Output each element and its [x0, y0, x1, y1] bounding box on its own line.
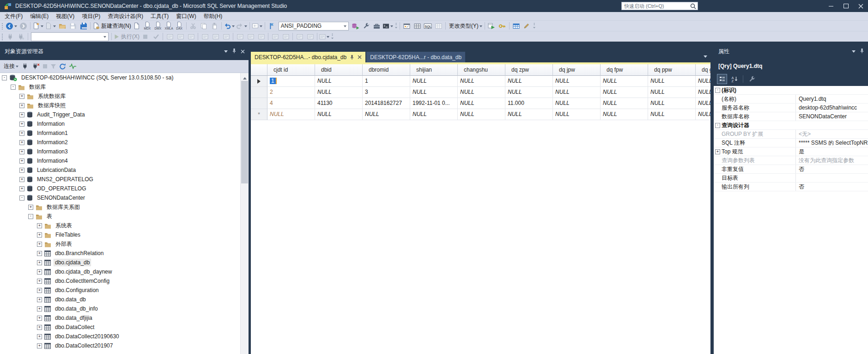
xmla-query-button[interactable]: XMLA	[164, 21, 174, 31]
tree-item[interactable]: +Information4	[0, 156, 241, 165]
property-value[interactable]: SENONDataCenter	[795, 112, 868, 121]
intellisense-button[interactable]	[200, 32, 210, 42]
expand-icon[interactable]: +	[715, 149, 720, 154]
decrease-indent-button[interactable]	[294, 32, 305, 42]
run-query-button[interactable]	[486, 21, 497, 31]
collapse-icon[interactable]: -	[715, 123, 720, 128]
property-row[interactable]: 数据库名称SENONDataCenter	[714, 112, 868, 121]
nav-back-button[interactable]	[5, 21, 18, 31]
column-header[interactable]: changshu	[458, 64, 505, 76]
tree-item[interactable]: +Information	[0, 119, 241, 128]
grid-cell[interactable]: NULL	[601, 109, 648, 120]
toolbox-button[interactable]	[371, 21, 382, 31]
refresh-icon[interactable]	[59, 63, 66, 70]
window-position-chevron-icon[interactable]	[852, 50, 856, 55]
pin-icon[interactable]	[350, 55, 354, 60]
property-value[interactable]: 是	[795, 147, 868, 156]
wrench-button[interactable]	[361, 21, 371, 31]
grid-cell[interactable]: 201418162727	[363, 98, 410, 109]
results-pane-button[interactable]	[433, 21, 444, 31]
row-header[interactable]	[251, 98, 267, 109]
quick-launch-search[interactable]: 快速启动 (Ctrl+Q)	[621, 2, 698, 10]
property-value[interactable]: <无>	[795, 130, 868, 138]
open-file-button[interactable]	[57, 21, 67, 31]
tree-item[interactable]: +dbo.BranchRelation	[0, 249, 241, 258]
collapse-icon[interactable]: -	[28, 214, 33, 219]
grid-cell[interactable]: NULL	[696, 98, 710, 109]
tree-item[interactable]: +外部表	[0, 239, 241, 249]
tree-item[interactable]: +dbo.Configuration	[0, 286, 241, 295]
property-value[interactable]: 没有为此查询指定参数	[795, 156, 868, 165]
alphabetical-button[interactable]: AZ	[729, 74, 740, 84]
tab-dbo-data-db[interactable]: DESKTOP-62D5HA...r - dbo.data_db	[366, 52, 465, 62]
grid-cell[interactable]: NULL	[410, 87, 458, 98]
stop-button[interactable]	[140, 32, 151, 42]
grid-cell[interactable]: NULL	[315, 109, 363, 120]
tree-item[interactable]: +Information1	[0, 128, 241, 138]
grid-cell[interactable]: NULL	[696, 109, 710, 120]
disconnect-server-icon[interactable]	[32, 63, 40, 70]
tree-item[interactable]: +dbo.DataCollect201907	[0, 341, 241, 350]
tree-item[interactable]: +系统表	[0, 221, 241, 230]
grid-cell[interactable]: NULL	[363, 109, 410, 120]
property-category[interactable]: -查询设计器	[714, 121, 868, 130]
activity-monitor-icon[interactable]	[69, 63, 77, 69]
grid-cell[interactable]: NULL	[648, 76, 696, 87]
change-connection-button[interactable]	[16, 32, 26, 42]
tree-item[interactable]: +dbo.DataCollect	[0, 323, 241, 332]
results-file-button[interactable]	[256, 32, 267, 42]
column-header[interactable]: dbid	[315, 64, 363, 76]
navigate-backward-box-button[interactable]	[251, 21, 263, 31]
tree-item[interactable]: +dbo.data_dfjijia	[0, 313, 241, 323]
command-window-button[interactable]	[382, 21, 394, 31]
column-header[interactable]: dq jpw	[553, 64, 601, 76]
property-value[interactable]: ***** SSMS 的 SelectTopNR	[795, 139, 868, 147]
tree-scrollbar[interactable]	[240, 73, 249, 354]
grid-cell[interactable]: 1992-11-01 0...	[410, 98, 458, 109]
tab-list-chevron-icon[interactable]	[704, 55, 707, 60]
expand-icon[interactable]: +	[19, 140, 24, 145]
expand-icon[interactable]: +	[19, 94, 24, 99]
expand-icon[interactable]: +	[37, 297, 42, 302]
tree-item[interactable]: +数据库关系图	[0, 202, 241, 212]
property-value[interactable]: desktop-62d5hah\wincc	[795, 104, 868, 112]
tree-item[interactable]: +数据库快照	[0, 101, 241, 110]
menu-item[interactable]: 项目(P)	[78, 12, 104, 21]
toolbar-grip[interactable]	[1, 23, 3, 30]
grid-cell[interactable]: 3	[363, 87, 410, 98]
property-pages-wrench-button[interactable]	[747, 74, 757, 84]
column-header[interactable]: dq gpw	[696, 64, 710, 76]
grid-cell[interactable]: NULL	[553, 98, 601, 109]
query-options-flag-button[interactable]	[267, 21, 277, 31]
property-row[interactable]: 服务器名称desktop-62d5hah\wincc	[714, 104, 868, 112]
grid-cell[interactable]: NULL	[458, 109, 505, 120]
dax-query-button[interactable]: DAX	[174, 21, 185, 31]
categorized-button[interactable]	[717, 74, 727, 84]
available-databases-combo[interactable]	[31, 32, 109, 41]
property-row[interactable]: 非重复值否	[714, 165, 868, 174]
tree-item[interactable]: +dbo.data_db	[0, 295, 241, 304]
criteria-pane-button[interactable]	[412, 21, 423, 31]
close-button[interactable]	[853, 0, 868, 12]
tree-item[interactable]: +LubricationData	[0, 165, 241, 175]
grid-cell[interactable]: NULL	[553, 87, 601, 98]
connect-button[interactable]: 连接	[3, 61, 19, 71]
grid-cell[interactable]: NULL	[648, 109, 696, 120]
toolbar-grip[interactable]	[1, 33, 3, 40]
grid-cell[interactable]: NULL	[505, 76, 553, 87]
live-query-stats-button[interactable]	[175, 32, 186, 42]
pin-icon[interactable]	[860, 48, 864, 55]
tree-item[interactable]: +dbo.data_db_info	[0, 304, 241, 313]
expand-icon[interactable]: +	[37, 232, 42, 238]
new-query-button[interactable]: 新建查询(N)	[92, 21, 132, 31]
comment-button[interactable]	[270, 32, 280, 42]
grid-cell[interactable]: NULL	[315, 76, 363, 87]
grid-cell[interactable]: NULL	[458, 87, 505, 98]
increase-indent-button[interactable]	[305, 32, 316, 42]
grid-cell[interactable]: NULL	[696, 87, 710, 98]
grid-cell[interactable]: NULL	[458, 98, 505, 109]
key-button[interactable]	[497, 21, 508, 31]
grid-cell[interactable]: 41130	[315, 98, 363, 109]
property-row[interactable]: 输出所有列否	[714, 183, 868, 191]
tree-item[interactable]: -数据库	[0, 82, 241, 92]
